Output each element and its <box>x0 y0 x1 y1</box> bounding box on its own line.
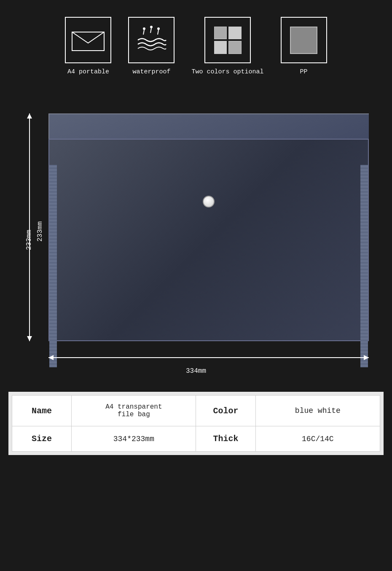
diagram-wrapper: 233mm 233mm 334mm 233mm334mm <box>23 97 369 383</box>
svg-point-3 <box>157 27 160 30</box>
svg-point-2 <box>150 26 153 28</box>
svg-line-4 <box>143 30 144 35</box>
specs-table: Name A4 transparentfile bag Color blue w… <box>12 395 380 452</box>
color-label: Color <box>196 396 255 426</box>
svg-point-1 <box>143 27 145 30</box>
color-value: blue white <box>255 396 380 426</box>
size-value: 334*233mm <box>72 426 196 452</box>
quad-tr <box>228 27 242 40</box>
file-bag-body <box>48 139 369 341</box>
left-strip <box>49 165 57 367</box>
name-label: Name <box>12 396 72 426</box>
svg-line-5 <box>150 28 151 33</box>
feature-two-colors: Two colors optional <box>191 17 263 75</box>
feature-a4-portable: A4 portable <box>65 17 111 75</box>
waterproof-icon-box <box>128 17 175 63</box>
quad-bl <box>214 41 227 54</box>
a4-portable-icon-box <box>65 17 111 63</box>
file-bag <box>48 113 369 341</box>
height-label: 233mm <box>36 221 44 242</box>
diagram-section: 233mm 233mm 334mm 233mm334mm <box>0 84 392 392</box>
two-colors-label: Two colors optional <box>191 68 263 75</box>
width-text-label: 334mm <box>186 367 206 375</box>
features-section: A4 portable waterproof <box>0 0 392 84</box>
right-strip <box>360 165 368 367</box>
size-label: Size <box>12 426 72 452</box>
quad-tl <box>214 27 227 40</box>
colors-icon <box>214 27 242 54</box>
height-text-label: 233mm <box>25 230 33 250</box>
quad-br <box>228 41 242 54</box>
table-row-2: Size 334*233mm Thick 16C/14C <box>12 426 380 452</box>
pp-label: PP <box>300 68 308 75</box>
table-row-1: Name A4 transparentfile bag Color blue w… <box>12 396 380 426</box>
svg-line-6 <box>158 30 158 35</box>
pp-icon <box>290 27 317 54</box>
waterproof-label: waterproof <box>132 68 170 75</box>
specs-table-section: Name A4 transparentfile bag Color blue w… <box>8 392 384 455</box>
snap-button <box>203 196 215 207</box>
width-arrow <box>48 357 369 358</box>
name-value: A4 transparentfile bag <box>72 396 196 426</box>
thick-value: 16C/14C <box>255 426 380 452</box>
thick-label: Thick <box>196 426 255 452</box>
height-arrow <box>29 113 30 341</box>
feature-waterproof: waterproof <box>128 17 175 75</box>
envelope-icon <box>71 29 105 52</box>
waterproof-icon <box>136 25 167 55</box>
a4-portable-label: A4 portable <box>67 68 109 75</box>
pp-icon-box <box>281 17 327 63</box>
two-colors-icon-box <box>204 17 251 63</box>
feature-pp: PP <box>281 17 327 75</box>
